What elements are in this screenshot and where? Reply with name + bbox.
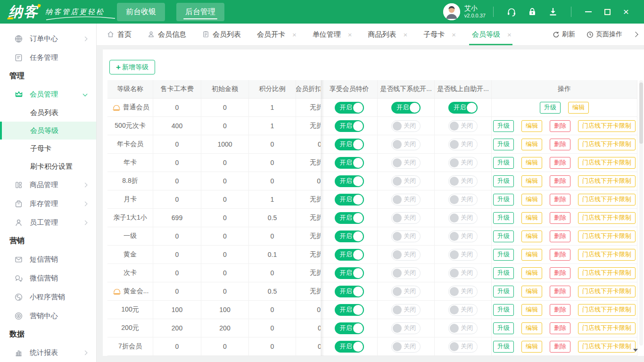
delete-button[interactable]: 删除 xyxy=(550,175,570,187)
upgrade-button[interactable]: 升级 xyxy=(493,304,514,316)
avatar[interactable] xyxy=(443,3,460,20)
offline-open-toggle[interactable]: 关闭 xyxy=(391,212,421,224)
close-tab-icon[interactable]: × xyxy=(404,31,408,39)
edit-button[interactable]: 编辑 xyxy=(568,102,589,114)
scrollbar-thumb[interactable] xyxy=(639,82,643,144)
close-tab-icon[interactable]: × xyxy=(292,31,297,39)
close-button[interactable]: × xyxy=(622,8,630,16)
online-self-open-toggle[interactable]: 关闭 xyxy=(448,286,478,297)
sidebar-subitem-会员列表[interactable]: 会员列表 xyxy=(0,104,96,122)
edit-button[interactable]: 编辑 xyxy=(521,249,542,261)
front-cashier-tab[interactable]: 前台收银 xyxy=(117,3,165,21)
offline-open-toggle[interactable]: 关闭 xyxy=(391,304,421,316)
offline-open-toggle[interactable]: 开启 xyxy=(391,102,421,114)
store-offline-card-limit-button[interactable]: 门店线下开卡限制 xyxy=(578,212,636,224)
close-tab-icon[interactable]: × xyxy=(452,31,456,39)
edit-button[interactable]: 编辑 xyxy=(521,286,542,297)
offline-open-toggle[interactable]: 关闭 xyxy=(391,286,421,297)
offline-open-toggle[interactable]: 关闭 xyxy=(391,157,421,169)
online-self-open-toggle[interactable]: 关闭 xyxy=(448,120,478,132)
upgrade-button[interactable]: 升级 xyxy=(493,175,514,187)
special-price-toggle[interactable]: 开启 xyxy=(335,230,364,242)
sidebar-item-会员管理[interactable]: 会员管理 xyxy=(0,85,96,104)
special-price-toggle[interactable]: 开启 xyxy=(335,194,364,206)
edit-button[interactable]: 编辑 xyxy=(521,194,542,206)
sidebar-item-库存管理[interactable]: 库存管理 xyxy=(0,194,96,213)
special-price-toggle[interactable]: 开启 xyxy=(335,212,364,224)
delete-button[interactable]: 删除 xyxy=(550,341,570,353)
edit-button[interactable]: 编辑 xyxy=(521,341,542,353)
offline-open-toggle[interactable]: 关闭 xyxy=(391,120,421,132)
upgrade-button[interactable]: 升级 xyxy=(493,249,514,261)
sidebar-item-统计报表[interactable]: 统计报表 xyxy=(0,343,96,362)
special-price-toggle[interactable]: 开启 xyxy=(335,139,364,150)
upgrade-button[interactable]: 升级 xyxy=(493,267,514,279)
online-self-open-toggle[interactable]: 关闭 xyxy=(448,139,478,150)
upgrade-button[interactable]: 升级 xyxy=(493,157,514,169)
store-offline-card-limit-button[interactable]: 门店线下开卡限制 xyxy=(578,175,636,187)
special-price-toggle[interactable]: 开启 xyxy=(335,120,364,132)
upgrade-button[interactable]: 升级 xyxy=(493,120,514,132)
online-self-open-toggle[interactable]: 关闭 xyxy=(448,341,478,353)
sidebar-item-订单中心[interactable]: 订单中心 xyxy=(0,29,96,48)
sidebar-item-任务管理[interactable]: 任务管理 xyxy=(0,48,96,67)
online-self-open-toggle[interactable]: 关闭 xyxy=(448,249,478,261)
online-self-open-toggle[interactable]: 关闭 xyxy=(448,322,478,334)
edit-button[interactable]: 编辑 xyxy=(521,304,542,316)
online-self-open-toggle[interactable]: 关闭 xyxy=(448,230,478,242)
tab-子母卡[interactable]: 子母卡× xyxy=(423,24,456,45)
store-offline-card-limit-button[interactable]: 门店线下开卡限制 xyxy=(578,267,636,279)
store-offline-card-limit-button[interactable]: 门店线下开卡限制 xyxy=(578,249,636,261)
delete-button[interactable]: 删除 xyxy=(550,249,570,261)
upgrade-button[interactable]: 升级 xyxy=(493,286,514,297)
upgrade-button[interactable]: 升级 xyxy=(540,102,561,114)
offline-open-toggle[interactable]: 关闭 xyxy=(391,341,421,353)
scroll-down-arrow-icon[interactable] xyxy=(633,349,638,352)
tab-首页[interactable]: 首页 xyxy=(107,24,132,45)
lock-icon[interactable] xyxy=(527,7,537,17)
offline-open-toggle[interactable]: 关闭 xyxy=(391,267,421,279)
delete-button[interactable]: 删除 xyxy=(550,194,570,206)
edit-button[interactable]: 编辑 xyxy=(521,230,542,242)
tab-会员信息[interactable]: 会员信息 xyxy=(148,24,186,45)
edit-button[interactable]: 编辑 xyxy=(521,157,542,169)
online-self-open-toggle[interactable]: 关闭 xyxy=(448,212,478,224)
online-self-open-toggle[interactable]: 关闭 xyxy=(448,175,478,187)
delete-button[interactable]: 删除 xyxy=(550,322,570,334)
close-tab-icon[interactable]: × xyxy=(507,31,512,39)
delete-button[interactable]: 删除 xyxy=(550,157,570,169)
store-offline-card-limit-button[interactable]: 门店线下开卡限制 xyxy=(578,139,636,150)
offline-open-toggle[interactable]: 关闭 xyxy=(391,322,421,334)
edit-button[interactable]: 编辑 xyxy=(521,322,542,334)
special-price-toggle[interactable]: 开启 xyxy=(335,286,364,297)
edit-button[interactable]: 编辑 xyxy=(521,120,542,132)
minimize-button[interactable] xyxy=(585,8,592,16)
online-self-open-toggle[interactable]: 关闭 xyxy=(448,194,478,206)
offline-open-toggle[interactable]: 关闭 xyxy=(391,175,421,187)
delete-button[interactable]: 删除 xyxy=(550,230,570,242)
store-offline-card-limit-button[interactable]: 门店线下开卡限制 xyxy=(578,157,636,169)
special-price-toggle[interactable]: 开启 xyxy=(335,341,364,353)
online-self-open-toggle[interactable]: 关闭 xyxy=(448,304,478,316)
sidebar-item-微信营销[interactable]: 微信营销 xyxy=(0,269,96,288)
sidebar-item-营销中心[interactable]: 营销中心 xyxy=(0,306,96,325)
page-actions-button[interactable]: 页面操作 xyxy=(586,30,622,39)
special-price-toggle[interactable]: 开启 xyxy=(335,175,364,187)
offline-open-toggle[interactable]: 关闭 xyxy=(391,139,421,150)
delete-button[interactable]: 删除 xyxy=(550,120,570,132)
offline-open-toggle[interactable]: 关闭 xyxy=(391,249,421,261)
store-offline-card-limit-button[interactable]: 门店线下开卡限制 xyxy=(578,286,636,297)
delete-button[interactable]: 删除 xyxy=(550,139,570,150)
upgrade-button[interactable]: 升级 xyxy=(493,139,514,150)
store-offline-card-limit-button[interactable]: 门店线下开卡限制 xyxy=(578,304,636,316)
edit-button[interactable]: 编辑 xyxy=(521,139,542,150)
tab-会员开卡[interactable]: 会员开卡× xyxy=(257,24,297,45)
sidebar-item-小程序营销[interactable]: 小程序营销 xyxy=(0,288,96,306)
store-offline-card-limit-button[interactable]: 门店线下开卡限制 xyxy=(578,120,636,132)
download-icon[interactable] xyxy=(548,7,558,17)
tab-单位管理[interactable]: 单位管理× xyxy=(313,24,352,45)
special-price-toggle[interactable]: 开启 xyxy=(335,322,364,334)
upgrade-button[interactable]: 升级 xyxy=(493,194,514,206)
chevron-right-icon[interactable] xyxy=(633,32,638,37)
maximize-button[interactable] xyxy=(603,8,611,16)
